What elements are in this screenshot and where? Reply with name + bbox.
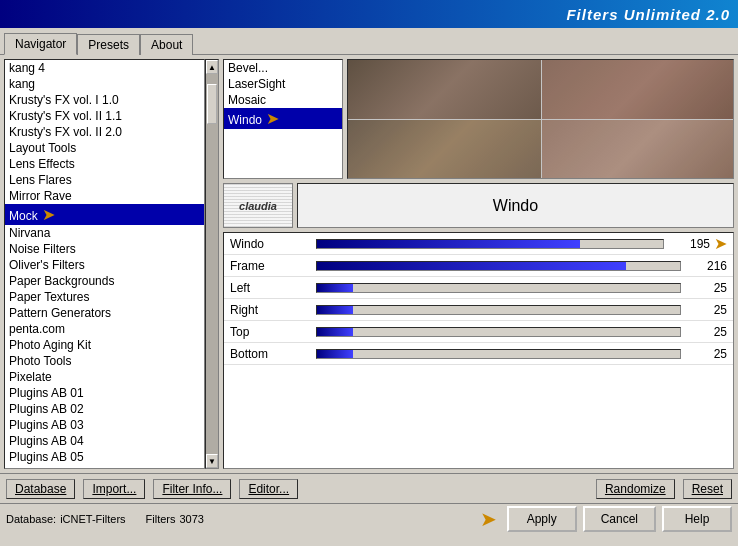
bottom-toolbar: Database Import... Filter Info... Editor… (0, 473, 738, 503)
param-row: Left25 (224, 277, 733, 299)
param-slider[interactable] (316, 305, 681, 315)
preview-cell-br (541, 119, 734, 178)
left-list-item[interactable]: Mirror Rave (5, 188, 204, 204)
editor-btn[interactable]: Editor... (239, 479, 298, 499)
left-list-item[interactable]: penta.com (5, 321, 204, 337)
left-list-item[interactable]: Krusty's FX vol. II 2.0 (5, 124, 204, 140)
filter-info-row: claudia Windo (223, 183, 734, 228)
param-row: Right25 (224, 299, 733, 321)
left-list-item[interactable]: Pixelate (5, 369, 204, 385)
filter-list-item[interactable]: Mosaic (224, 92, 342, 108)
category-list[interactable]: kang 4kangKrusty's FX vol. I 1.0Krusty's… (4, 59, 205, 469)
apply-arrow-icon: ➤ (480, 507, 497, 531)
param-value: 216 (687, 259, 727, 273)
param-row: Bottom25 (224, 343, 733, 365)
left-list-item[interactable]: Plugins AB 03 (5, 417, 204, 433)
param-slider[interactable] (316, 327, 681, 337)
left-list-item[interactable]: Nirvana (5, 225, 204, 241)
param-row: Top25 (224, 321, 733, 343)
filter-list-item[interactable]: LaserSight (224, 76, 342, 92)
param-label: Right (230, 303, 310, 317)
left-list-item[interactable]: Lens Flares (5, 172, 204, 188)
left-list-item[interactable]: Lens Effects (5, 156, 204, 172)
preview-cell-tl (348, 60, 541, 119)
left-list-item[interactable]: Photo Tools (5, 353, 204, 369)
filter-list-container: Bevel...LaserSightMosaicWindo➤ (223, 59, 734, 179)
param-value: 25 (687, 281, 727, 295)
param-label: Windo (230, 237, 310, 251)
status-bar: Database: iCNET-Filters Filters 3073 ➤ A… (0, 503, 738, 533)
left-list-item[interactable]: Plugins AB 01 (5, 385, 204, 401)
param-label: Bottom (230, 347, 310, 361)
database-btn[interactable]: Database (6, 479, 75, 499)
param-slider-fill (317, 284, 353, 292)
logo-text: claudia (239, 200, 277, 212)
param-slider[interactable] (316, 261, 681, 271)
left-list-item[interactable]: Paper Backgrounds (5, 273, 204, 289)
left-list-item[interactable]: Oliver's Filters (5, 257, 204, 273)
scroll-up-btn[interactable]: ▲ (206, 60, 218, 74)
mock-arrow-icon: ➤ (42, 206, 55, 223)
param-value: 25 (687, 303, 727, 317)
preview-grid (348, 60, 733, 178)
filters-status: Filters 3073 (146, 513, 204, 525)
reset-btn[interactable]: Reset (683, 479, 732, 499)
filters-status-value: 3073 (180, 513, 204, 525)
cancel-button[interactable]: Cancel (583, 506, 656, 532)
left-list-item[interactable]: Paper Textures (5, 289, 204, 305)
left-scrollbar[interactable]: ▲ ▼ (205, 59, 219, 469)
left-list-item[interactable]: Krusty's FX vol. I 1.0 (5, 92, 204, 108)
left-list-item[interactable]: Layout Tools (5, 140, 204, 156)
left-list-item[interactable]: Plugins AB 05 (5, 449, 204, 465)
database-status: Database: iCNET-Filters (6, 513, 126, 525)
left-list-item[interactable]: Mock➤ (5, 204, 204, 225)
param-slider-fill (317, 262, 626, 270)
param-label: Left (230, 281, 310, 295)
left-list-item[interactable]: Pattern Generators (5, 305, 204, 321)
preview-cell-bl (348, 119, 541, 178)
randomize-btn[interactable]: Randomize (596, 479, 675, 499)
filter-list-item[interactable]: Windo➤ (224, 108, 342, 129)
left-list-item[interactable]: Krusty's FX vol. II 1.1 (5, 108, 204, 124)
param-slider-fill (317, 328, 353, 336)
import-btn[interactable]: Import... (83, 479, 145, 499)
tab-about[interactable]: About (140, 34, 193, 55)
param-slider[interactable] (316, 239, 664, 249)
param-slider[interactable] (316, 349, 681, 359)
tabs-bar: Navigator Presets About (0, 28, 738, 55)
windo-arrow-icon: ➤ (266, 110, 279, 127)
filter-name-label: Windo (493, 197, 538, 215)
preview-area (347, 59, 734, 179)
left-list-item[interactable]: kang (5, 76, 204, 92)
database-status-label: Database: (6, 513, 56, 525)
filter-list[interactable]: Bevel...LaserSightMosaicWindo➤ (223, 59, 343, 179)
param-slider[interactable] (316, 283, 681, 293)
app-title: Filters Unlimited 2.0 (566, 6, 730, 23)
filter-list-item[interactable]: Bevel... (224, 60, 342, 76)
left-list-item[interactable]: Plugins AB 04 (5, 433, 204, 449)
filter-info-btn[interactable]: Filter Info... (153, 479, 231, 499)
left-list-item[interactable]: Noise Filters (5, 241, 204, 257)
param-label: Top (230, 325, 310, 339)
tab-presets[interactable]: Presets (77, 34, 140, 55)
main-layout: kang 4kangKrusty's FX vol. I 1.0Krusty's… (0, 55, 738, 473)
right-panel: Bevel...LaserSightMosaicWindo➤ cla (223, 59, 734, 469)
filters-status-label: Filters (146, 513, 176, 525)
param-value: 25 (687, 325, 727, 339)
apply-button[interactable]: Apply (507, 506, 577, 532)
action-buttons: ➤ Apply Cancel Help (480, 506, 732, 532)
left-list-item[interactable]: kang 4 (5, 60, 204, 76)
scroll-down-btn[interactable]: ▼ (206, 454, 218, 468)
left-list-item[interactable]: Photo Aging Kit (5, 337, 204, 353)
param-row: Windo195➤ (224, 233, 733, 255)
help-button[interactable]: Help (662, 506, 732, 532)
param-row: Frame216 (224, 255, 733, 277)
tab-navigator[interactable]: Navigator (4, 33, 77, 55)
params-section: Windo195➤Frame216Left25Right25Top25Botto… (223, 232, 734, 469)
scroll-track (206, 74, 218, 454)
filter-name-box: Windo (297, 183, 734, 228)
scroll-thumb[interactable] (207, 84, 217, 124)
left-list-item[interactable]: Plugins AB 02 (5, 401, 204, 417)
param-slider-fill (317, 240, 580, 248)
param-value: 195 (670, 237, 710, 251)
